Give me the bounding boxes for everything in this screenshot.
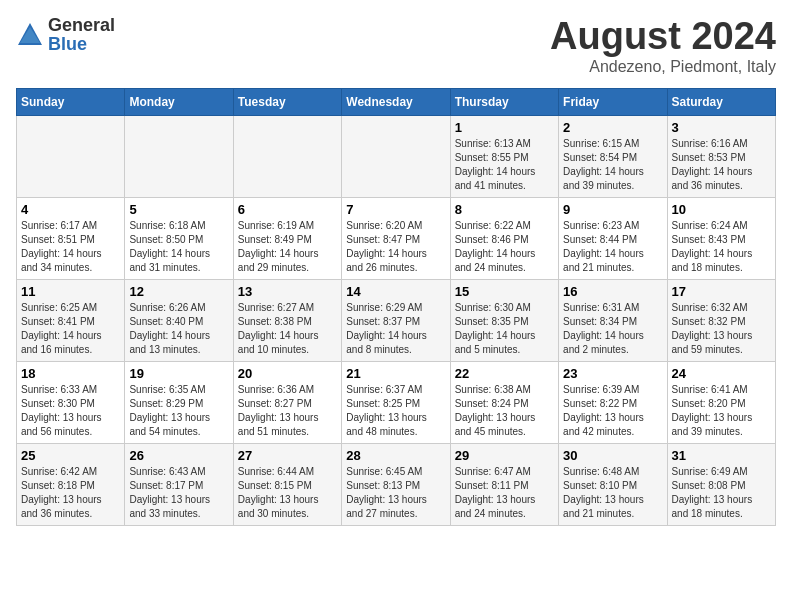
calendar-cell: 15Sunrise: 6:30 AM Sunset: 8:35 PM Dayli… — [450, 279, 558, 361]
day-number: 23 — [563, 366, 662, 381]
weekday-header-thursday: Thursday — [450, 88, 558, 115]
logo-icon — [16, 21, 44, 49]
day-number: 12 — [129, 284, 228, 299]
calendar-cell: 17Sunrise: 6:32 AM Sunset: 8:32 PM Dayli… — [667, 279, 775, 361]
day-info: Sunrise: 6:20 AM Sunset: 8:47 PM Dayligh… — [346, 219, 445, 275]
calendar-cell: 24Sunrise: 6:41 AM Sunset: 8:20 PM Dayli… — [667, 361, 775, 443]
day-info: Sunrise: 6:23 AM Sunset: 8:44 PM Dayligh… — [563, 219, 662, 275]
day-info: Sunrise: 6:31 AM Sunset: 8:34 PM Dayligh… — [563, 301, 662, 357]
calendar-cell: 3Sunrise: 6:16 AM Sunset: 8:53 PM Daylig… — [667, 115, 775, 197]
day-number: 10 — [672, 202, 771, 217]
day-info: Sunrise: 6:13 AM Sunset: 8:55 PM Dayligh… — [455, 137, 554, 193]
day-number: 22 — [455, 366, 554, 381]
logo-general: General — [48, 16, 115, 35]
calendar-week-4: 18Sunrise: 6:33 AM Sunset: 8:30 PM Dayli… — [17, 361, 776, 443]
calendar-cell: 18Sunrise: 6:33 AM Sunset: 8:30 PM Dayli… — [17, 361, 125, 443]
day-number: 16 — [563, 284, 662, 299]
header: General Blue August 2024 Andezeno, Piedm… — [16, 16, 776, 76]
weekday-header-saturday: Saturday — [667, 88, 775, 115]
day-number: 5 — [129, 202, 228, 217]
day-info: Sunrise: 6:36 AM Sunset: 8:27 PM Dayligh… — [238, 383, 337, 439]
day-info: Sunrise: 6:45 AM Sunset: 8:13 PM Dayligh… — [346, 465, 445, 521]
day-number: 29 — [455, 448, 554, 463]
day-info: Sunrise: 6:29 AM Sunset: 8:37 PM Dayligh… — [346, 301, 445, 357]
calendar-cell: 5Sunrise: 6:18 AM Sunset: 8:50 PM Daylig… — [125, 197, 233, 279]
calendar-cell: 13Sunrise: 6:27 AM Sunset: 8:38 PM Dayli… — [233, 279, 341, 361]
calendar-cell: 30Sunrise: 6:48 AM Sunset: 8:10 PM Dayli… — [559, 443, 667, 525]
day-number: 30 — [563, 448, 662, 463]
day-number: 4 — [21, 202, 120, 217]
day-info: Sunrise: 6:47 AM Sunset: 8:11 PM Dayligh… — [455, 465, 554, 521]
day-info: Sunrise: 6:24 AM Sunset: 8:43 PM Dayligh… — [672, 219, 771, 275]
day-number: 17 — [672, 284, 771, 299]
day-info: Sunrise: 6:37 AM Sunset: 8:25 PM Dayligh… — [346, 383, 445, 439]
main-title: August 2024 — [550, 16, 776, 58]
day-number: 8 — [455, 202, 554, 217]
calendar-cell: 4Sunrise: 6:17 AM Sunset: 8:51 PM Daylig… — [17, 197, 125, 279]
day-number: 26 — [129, 448, 228, 463]
day-info: Sunrise: 6:19 AM Sunset: 8:49 PM Dayligh… — [238, 219, 337, 275]
calendar-cell: 28Sunrise: 6:45 AM Sunset: 8:13 PM Dayli… — [342, 443, 450, 525]
day-info: Sunrise: 6:39 AM Sunset: 8:22 PM Dayligh… — [563, 383, 662, 439]
day-number: 25 — [21, 448, 120, 463]
calendar-cell: 14Sunrise: 6:29 AM Sunset: 8:37 PM Dayli… — [342, 279, 450, 361]
day-info: Sunrise: 6:30 AM Sunset: 8:35 PM Dayligh… — [455, 301, 554, 357]
calendar-week-1: 1Sunrise: 6:13 AM Sunset: 8:55 PM Daylig… — [17, 115, 776, 197]
calendar-week-5: 25Sunrise: 6:42 AM Sunset: 8:18 PM Dayli… — [17, 443, 776, 525]
logo-blue: Blue — [48, 35, 115, 54]
calendar-cell: 2Sunrise: 6:15 AM Sunset: 8:54 PM Daylig… — [559, 115, 667, 197]
logo: General Blue — [16, 16, 115, 54]
calendar-cell: 10Sunrise: 6:24 AM Sunset: 8:43 PM Dayli… — [667, 197, 775, 279]
day-number: 21 — [346, 366, 445, 381]
title-section: August 2024 Andezeno, Piedmont, Italy — [550, 16, 776, 76]
day-info: Sunrise: 6:38 AM Sunset: 8:24 PM Dayligh… — [455, 383, 554, 439]
day-info: Sunrise: 6:32 AM Sunset: 8:32 PM Dayligh… — [672, 301, 771, 357]
calendar-cell: 27Sunrise: 6:44 AM Sunset: 8:15 PM Dayli… — [233, 443, 341, 525]
day-number: 6 — [238, 202, 337, 217]
svg-marker-1 — [20, 27, 40, 43]
day-number: 18 — [21, 366, 120, 381]
calendar-cell: 21Sunrise: 6:37 AM Sunset: 8:25 PM Dayli… — [342, 361, 450, 443]
day-info: Sunrise: 6:18 AM Sunset: 8:50 PM Dayligh… — [129, 219, 228, 275]
day-number: 14 — [346, 284, 445, 299]
day-info: Sunrise: 6:17 AM Sunset: 8:51 PM Dayligh… — [21, 219, 120, 275]
calendar-week-3: 11Sunrise: 6:25 AM Sunset: 8:41 PM Dayli… — [17, 279, 776, 361]
day-info: Sunrise: 6:26 AM Sunset: 8:40 PM Dayligh… — [129, 301, 228, 357]
day-info: Sunrise: 6:22 AM Sunset: 8:46 PM Dayligh… — [455, 219, 554, 275]
day-number: 15 — [455, 284, 554, 299]
calendar-cell: 22Sunrise: 6:38 AM Sunset: 8:24 PM Dayli… — [450, 361, 558, 443]
calendar-cell — [342, 115, 450, 197]
calendar-cell: 9Sunrise: 6:23 AM Sunset: 8:44 PM Daylig… — [559, 197, 667, 279]
day-info: Sunrise: 6:42 AM Sunset: 8:18 PM Dayligh… — [21, 465, 120, 521]
day-info: Sunrise: 6:27 AM Sunset: 8:38 PM Dayligh… — [238, 301, 337, 357]
day-info: Sunrise: 6:15 AM Sunset: 8:54 PM Dayligh… — [563, 137, 662, 193]
calendar-cell: 25Sunrise: 6:42 AM Sunset: 8:18 PM Dayli… — [17, 443, 125, 525]
day-number: 13 — [238, 284, 337, 299]
day-number: 1 — [455, 120, 554, 135]
calendar-table: SundayMondayTuesdayWednesdayThursdayFrid… — [16, 88, 776, 526]
weekday-header-wednesday: Wednesday — [342, 88, 450, 115]
weekday-header-row: SundayMondayTuesdayWednesdayThursdayFrid… — [17, 88, 776, 115]
day-info: Sunrise: 6:41 AM Sunset: 8:20 PM Dayligh… — [672, 383, 771, 439]
weekday-header-tuesday: Tuesday — [233, 88, 341, 115]
weekday-header-sunday: Sunday — [17, 88, 125, 115]
day-info: Sunrise: 6:33 AM Sunset: 8:30 PM Dayligh… — [21, 383, 120, 439]
calendar-cell: 16Sunrise: 6:31 AM Sunset: 8:34 PM Dayli… — [559, 279, 667, 361]
calendar-cell — [233, 115, 341, 197]
day-number: 27 — [238, 448, 337, 463]
day-number: 19 — [129, 366, 228, 381]
day-info: Sunrise: 6:49 AM Sunset: 8:08 PM Dayligh… — [672, 465, 771, 521]
day-number: 7 — [346, 202, 445, 217]
calendar-cell: 8Sunrise: 6:22 AM Sunset: 8:46 PM Daylig… — [450, 197, 558, 279]
day-info: Sunrise: 6:43 AM Sunset: 8:17 PM Dayligh… — [129, 465, 228, 521]
day-number: 2 — [563, 120, 662, 135]
day-number: 31 — [672, 448, 771, 463]
calendar-cell: 20Sunrise: 6:36 AM Sunset: 8:27 PM Dayli… — [233, 361, 341, 443]
day-info: Sunrise: 6:44 AM Sunset: 8:15 PM Dayligh… — [238, 465, 337, 521]
day-number: 9 — [563, 202, 662, 217]
calendar-cell: 29Sunrise: 6:47 AM Sunset: 8:11 PM Dayli… — [450, 443, 558, 525]
day-info: Sunrise: 6:35 AM Sunset: 8:29 PM Dayligh… — [129, 383, 228, 439]
calendar-week-2: 4Sunrise: 6:17 AM Sunset: 8:51 PM Daylig… — [17, 197, 776, 279]
calendar-cell: 26Sunrise: 6:43 AM Sunset: 8:17 PM Dayli… — [125, 443, 233, 525]
calendar-cell: 11Sunrise: 6:25 AM Sunset: 8:41 PM Dayli… — [17, 279, 125, 361]
